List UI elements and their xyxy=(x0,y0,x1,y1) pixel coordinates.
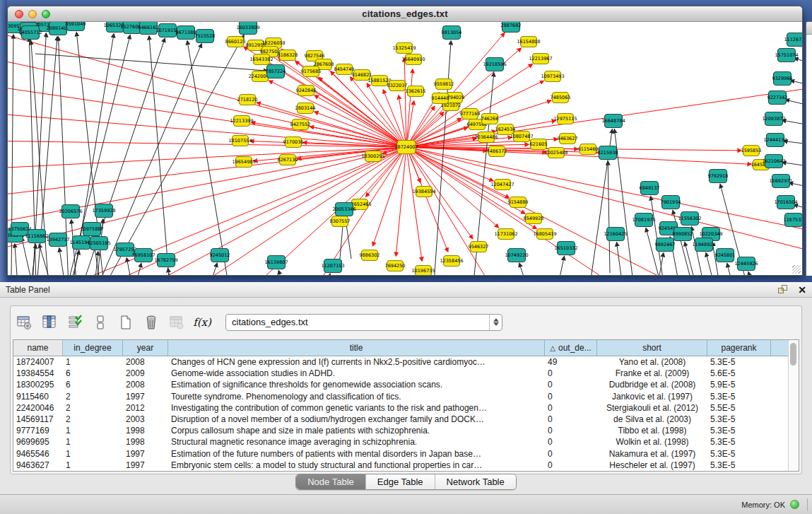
teal-node[interactable]: 9245801 xyxy=(715,249,736,262)
yellow-node[interactable]: 12047427 xyxy=(490,180,514,190)
window-resize-grip[interactable] xyxy=(792,265,801,274)
teal-node[interactable]: 12093872 xyxy=(762,112,785,126)
teal-node[interactable]: 11556302 xyxy=(678,212,701,226)
teal-node[interactable]: 12160425 xyxy=(604,228,627,241)
network-window-titlebar[interactable]: citations_edges.txt xyxy=(8,6,802,22)
teal-node[interactable]: 7515528 xyxy=(195,30,216,43)
teal-node[interactable]: 11156862 xyxy=(25,230,48,243)
teal-node[interactable]: 9671388 xyxy=(176,26,196,40)
table-row[interactable]: 977716911998Corpus callosum shape and si… xyxy=(13,425,788,436)
yellow-node[interactable]: 19384554 xyxy=(412,187,435,197)
yellow-node[interactable]: 8322037 xyxy=(387,81,408,91)
teal-node[interactable]: 16033809 xyxy=(236,22,259,35)
teal-node[interactable]: 7901934 xyxy=(661,196,681,209)
select-rows-button[interactable] xyxy=(66,313,84,332)
teal-node[interactable]: 13942737 xyxy=(46,233,69,247)
teal-node[interactable]: 10975887 xyxy=(80,223,103,236)
teal-node[interactable]: 9329966 xyxy=(772,72,793,86)
column-header-name[interactable]: name xyxy=(13,340,63,356)
background-window-edge[interactable] xyxy=(806,21,812,276)
network-window[interactable]: citations_edges.txt 86601238912955182260… xyxy=(7,6,803,276)
teal-node[interactable]: 8591049 xyxy=(66,22,86,31)
table-options-button[interactable] xyxy=(15,313,33,332)
yellow-node[interactable]: 9546327 xyxy=(469,242,489,252)
close-window-button[interactable] xyxy=(15,10,23,18)
teal-node[interactable]: 16210643 xyxy=(762,155,785,168)
teal-node[interactable]: 10749220 xyxy=(505,249,528,262)
table-row[interactable]: 2242004622012Investigating the contribut… xyxy=(13,402,788,414)
yellow-node[interactable]: 12213399 xyxy=(230,116,253,127)
teal-node[interactable]: 7857224 xyxy=(266,65,286,78)
table-row[interactable]: 911546021997Tourette syndrome. Phenomeno… xyxy=(13,391,788,402)
show-columns-button[interactable] xyxy=(40,313,59,332)
yellow-node[interactable]: 20364486 xyxy=(474,132,498,143)
table-row[interactable]: 1456911722003Disruption of a novel membe… xyxy=(13,414,788,425)
yellow-node[interactable]: 1362615 xyxy=(406,86,426,97)
yellow-node[interactable]: 621605 xyxy=(530,139,548,150)
table-selector-dropdown[interactable]: citations_edges.txt xyxy=(225,314,502,331)
yellow-node[interactable]: 12975115 xyxy=(553,114,577,124)
yellow-node[interactable]: 2803144 xyxy=(295,103,316,114)
tab-edge-table[interactable]: Edge Table xyxy=(366,474,435,489)
yellow-node[interactable]: 746266 xyxy=(481,114,499,124)
teal-node[interactable]: 14055712 xyxy=(18,26,42,40)
yellow-node[interactable]: 914448 xyxy=(432,93,449,104)
yellow-node[interactable]: 8267130 xyxy=(278,155,298,165)
yellow-node[interactable]: 12213967 xyxy=(529,54,552,64)
yellow-node[interactable]: 18724007 xyxy=(394,141,418,154)
yellow-node[interactable]: 10973493 xyxy=(541,71,564,82)
yellow-node[interactable]: 16805419 xyxy=(533,229,556,240)
teal-node[interactable]: 12445926 xyxy=(734,257,758,271)
yellow-node[interactable]: 7694250 xyxy=(385,261,406,271)
column-header-pagerank[interactable]: pagerank xyxy=(707,340,771,356)
yellow-node[interactable]: 8307557 xyxy=(330,216,351,227)
teal-node[interactable]: 20206576 xyxy=(59,205,82,218)
yellow-node[interactable]: 9777169 xyxy=(460,109,481,119)
table-row[interactable]: 946554611997Estimation of the future num… xyxy=(13,448,788,460)
teal-node[interactable]: 8215938 xyxy=(598,146,618,160)
table-row[interactable]: 1872400712008Changes of HCN gene express… xyxy=(13,356,788,368)
table-mode-button[interactable] xyxy=(91,313,110,332)
yellow-node[interactable]: 16543382 xyxy=(249,54,273,65)
yellow-node[interactable]: 8660123 xyxy=(225,37,246,47)
yellow-node[interactable]: 9463627 xyxy=(558,134,578,144)
yellow-node[interactable]: 9175685 xyxy=(301,66,322,77)
table-row[interactable]: 1830029562008Estimation of significance … xyxy=(13,379,788,390)
teal-node[interactable]: 6849137 xyxy=(640,182,660,195)
yellow-node[interactable]: 18107554 xyxy=(228,136,252,146)
table-scrollbar-thumb[interactable] xyxy=(790,343,796,366)
tab-network-table[interactable]: Network Table xyxy=(435,474,516,489)
table-scrollbar[interactable] xyxy=(788,340,799,471)
teal-node[interactable]: 17359928 xyxy=(92,204,115,218)
yellow-node[interactable]: 1624534 xyxy=(495,124,516,135)
teal-node[interactable]: 16958107 xyxy=(131,249,155,262)
network-canvas[interactable]: 8660123891295518226058982750281863289827… xyxy=(8,22,802,275)
yellow-node[interactable]: 7486372 xyxy=(487,146,507,157)
teal-node[interactable]: 8813054 xyxy=(442,26,462,40)
function-builder-button[interactable]: f(x) xyxy=(193,313,211,332)
close-panel-icon[interactable]: ✕ xyxy=(798,285,806,295)
column-header-title[interactable]: title xyxy=(168,340,545,356)
yellow-node[interactable]: 9242848 xyxy=(296,86,317,96)
yellow-node[interactable]: 1595853 xyxy=(741,146,762,156)
table-row[interactable]: 946362711997Embryonic stem cells: a mode… xyxy=(13,460,788,471)
teal-node[interactable]: 16782759 xyxy=(154,254,177,267)
yellow-node[interactable]: 9886302 xyxy=(360,250,380,261)
teal-node[interactable]: 15751074 xyxy=(775,49,798,62)
delete-table-button[interactable] xyxy=(167,313,186,332)
tab-node-table[interactable]: Node Table xyxy=(296,474,366,489)
teal-node[interactable]: 1167531 xyxy=(784,214,802,227)
yellow-node[interactable]: 7485063 xyxy=(551,93,571,103)
teal-node[interactable]: 9245012 xyxy=(210,249,230,262)
teal-node[interactable]: 9892467 xyxy=(655,238,676,252)
column-header-short[interactable]: short xyxy=(597,340,707,356)
delete-column-button[interactable] xyxy=(142,313,160,332)
teal-node[interactable]: 2887682 xyxy=(501,22,522,33)
teal-node[interactable]: 20053346 xyxy=(332,203,355,216)
yellow-node[interactable]: 9115460 xyxy=(578,144,599,155)
teal-node[interactable]: 11207153 xyxy=(321,259,344,273)
teal-node[interactable]: 9227342 xyxy=(767,91,788,105)
yellow-node[interactable]: 9170036 xyxy=(283,137,304,148)
teal-node[interactable]: 17081975 xyxy=(632,214,655,227)
yellow-node[interactable]: 2718120 xyxy=(237,95,258,105)
